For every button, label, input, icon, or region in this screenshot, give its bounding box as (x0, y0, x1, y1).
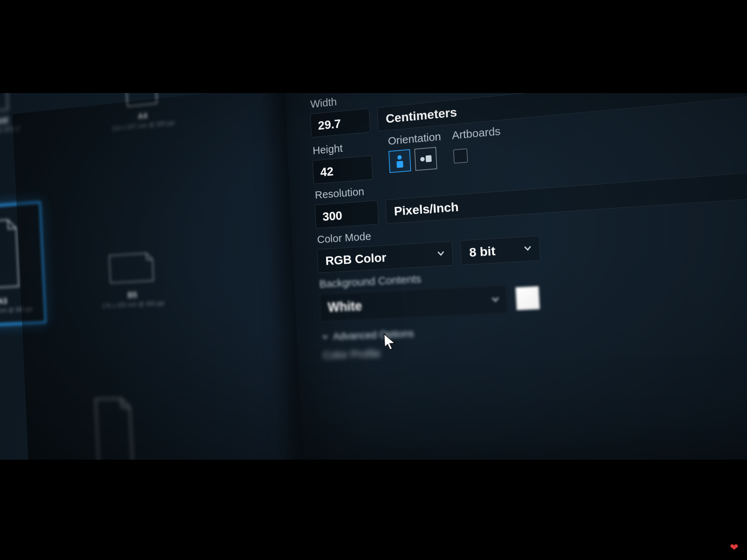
advanced-options-label: Advanced Options (333, 327, 414, 342)
svg-point-0 (397, 155, 402, 159)
preset-details-panel: here. Width 29.7 Centimeters (280, 93, 747, 460)
width-units-select[interactable]: Centimeters (377, 93, 747, 131)
svg-point-2 (420, 157, 425, 161)
width-units-value: Centimeters (386, 104, 457, 125)
width-input[interactable]: 29.7 (310, 108, 370, 138)
artboards-checkbox[interactable] (453, 148, 468, 163)
page-portrait-icon (88, 395, 140, 460)
preset-desc: 176 x 250 mm @ 300 ppi (102, 300, 165, 310)
chevron-down-icon (436, 246, 446, 261)
resolution-label: Resolution (315, 142, 747, 201)
preset-a3-selected[interactable]: A3 297 x 420 mm @ 300 ppi (0, 201, 47, 327)
page-landscape-icon (107, 247, 155, 287)
artboards-label: Artboards (452, 124, 501, 142)
height-input[interactable]: 42 (313, 155, 373, 184)
orientation-landscape-button[interactable] (414, 147, 437, 171)
preset-desc: 297 x 420 mm @ 300 ppi (0, 305, 32, 315)
chevron-down-icon (522, 241, 533, 256)
person-landscape-icon (418, 152, 433, 165)
preset-a4[interactable]: A4 210 x 297 mm @ 300 ppi (108, 93, 175, 132)
preset-desc: 11 x 17 in @ 300 ppi (0, 124, 21, 136)
bit-depth-select[interactable]: 8 bit (460, 235, 541, 265)
color-mode-value: RGB Color (325, 250, 387, 268)
height-label: Height (312, 139, 371, 157)
color-mode-label: Color Mode (317, 193, 747, 246)
page-portrait-icon (0, 93, 13, 114)
page-portrait-icon (0, 216, 27, 291)
person-portrait-icon (394, 153, 406, 169)
background-contents-value: White (328, 298, 363, 315)
background-color-swatch[interactable] (515, 286, 540, 310)
bit-depth-value: 8 bit (469, 243, 496, 259)
background-contents-select[interactable]: White (319, 284, 508, 322)
resolution-input[interactable]: 300 (315, 200, 379, 228)
advanced-options-toggle[interactable]: Advanced Options (321, 307, 747, 343)
orientation-label: Orientation (388, 130, 441, 147)
preset-title: B5 (101, 288, 164, 301)
preset-b5[interactable]: B5 176 x 250 mm @ 300 ppi (99, 246, 165, 309)
chevron-down-icon (490, 291, 501, 308)
width-label: Width (310, 93, 747, 110)
chevron-down-icon (321, 333, 329, 341)
color-profile-label: Color Profile (323, 328, 747, 361)
heart-icon: ❤ (730, 541, 738, 553)
preset-partial-2[interactable] (88, 395, 140, 460)
svg-rect-1 (396, 161, 403, 168)
color-mode-select[interactable]: RGB Color (317, 241, 453, 273)
resolution-units-value: Pixels/Inch (394, 199, 459, 218)
preset-panel: Tabloid 11 x 17 in @ 300 ppi A4 210 x 29… (0, 93, 307, 460)
preset-tabloid[interactable]: Tabloid 11 x 17 in @ 300 ppi (0, 93, 21, 136)
preset-title: A3 (0, 295, 32, 307)
resolution-units-select[interactable]: Pixels/Inch (385, 160, 747, 224)
background-contents-label: Background Contents (319, 245, 747, 290)
svg-rect-3 (426, 155, 432, 162)
page-portrait-icon (117, 93, 164, 109)
orientation-portrait-button[interactable] (388, 149, 411, 173)
